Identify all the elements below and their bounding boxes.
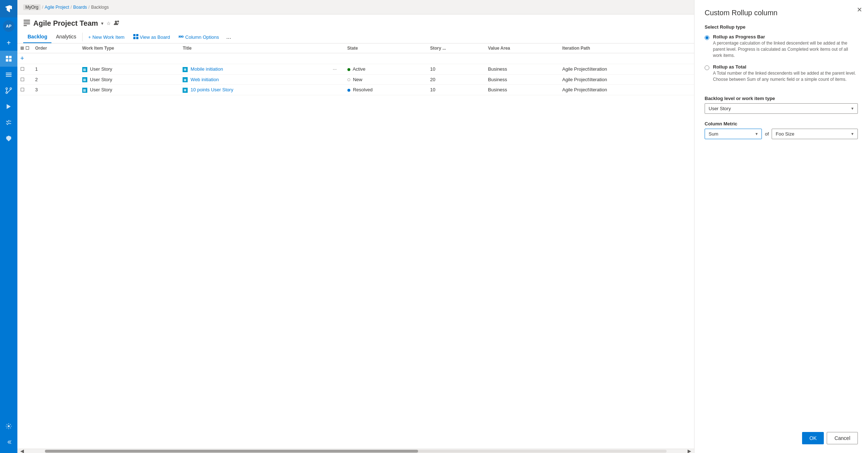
row-title-1: ▦ Mobile initiation — [180, 64, 330, 75]
scroll-thumb[interactable] — [45, 450, 418, 453]
breadcrumb-project[interactable]: Agile Project — [45, 5, 69, 10]
state-dot-active-1 — [347, 68, 350, 71]
row-story-points-1: 10 — [427, 64, 485, 75]
nav-rail: AP + — [0, 0, 17, 453]
table-row: ☐ 2 ▦ User Story ▦ Web initiation New — [17, 74, 694, 85]
row-iteration-path-3: Agile Project\Iteration — [559, 85, 694, 95]
breadcrumb-backlogs: Backlogs — [91, 5, 109, 10]
of-text: of — [765, 131, 769, 137]
th-work-item-type: Work Item Type — [79, 43, 180, 53]
svg-rect-23 — [136, 37, 138, 39]
expand-all-icon[interactable]: ⊞ — [20, 46, 24, 51]
row-checkbox-1[interactable]: ☐ — [17, 64, 32, 75]
row-ellipsis-3 — [330, 85, 345, 95]
nav-item-boards[interactable] — [0, 67, 17, 83]
select-all-checkbox[interactable]: ☐ — [25, 46, 29, 51]
panel-close-button[interactable]: ✕ — [857, 6, 862, 14]
title-link-2[interactable]: Web initiation — [191, 77, 219, 82]
cancel-button[interactable]: Cancel — [827, 432, 858, 444]
svg-rect-6 — [6, 76, 12, 76]
row-ellipsis-1: ··· — [330, 64, 345, 75]
nav-item-artifacts[interactable] — [0, 130, 17, 146]
nav-user-avatar[interactable]: AP — [3, 20, 14, 32]
add-work-item-button[interactable]: + — [20, 55, 24, 62]
title-icon-1: ▦ — [183, 67, 188, 72]
nav-item-overview[interactable] — [0, 51, 17, 67]
plus-icon: + — [88, 34, 91, 40]
row-state-1: Active — [345, 64, 427, 75]
row-iteration-path-1: Agile Project\Iteration — [559, 64, 694, 75]
metric-select[interactable]: Sum Count Average — [705, 129, 762, 139]
rollup-progress-bar-radio[interactable] — [705, 35, 709, 41]
row-story-points-2: 20 — [427, 74, 485, 85]
nav-item-collapse[interactable] — [0, 434, 17, 450]
row-value-area-2: Business — [485, 74, 559, 85]
row-title-3: ▦ 10 points User Story — [180, 85, 330, 95]
tab-analytics[interactable]: Analytics — [51, 31, 80, 43]
th-story-points: Story ... — [427, 43, 485, 53]
metric-select-wrapper: Sum Count Average — [705, 129, 762, 139]
new-work-item-button[interactable]: + New Work Item — [84, 32, 129, 42]
svg-rect-1 — [9, 56, 12, 58]
title-chevron-icon[interactable]: ▾ — [101, 21, 104, 26]
backlog-level-select[interactable]: User Story Feature Epic Task Bug — [705, 103, 858, 114]
th-actions — [330, 43, 345, 53]
column-metric-section: Column Metric Sum Count Average of Foo S… — [705, 121, 858, 139]
svg-rect-12 — [9, 123, 11, 124]
state-dot-resolved-3 — [347, 89, 350, 92]
th-state: State — [345, 43, 427, 53]
svg-point-19 — [117, 21, 119, 22]
th-value-area: Value Area — [485, 43, 559, 53]
breadcrumb-sep3: / — [88, 5, 89, 10]
rollup-total-option: Rollup as Total A Total number of the li… — [705, 64, 858, 83]
svg-marker-10 — [7, 104, 11, 109]
svg-rect-20 — [133, 34, 135, 36]
custom-rollup-panel: ✕ Custom Rollup column Select Rollup typ… — [694, 0, 868, 453]
svg-rect-21 — [136, 34, 138, 36]
svg-rect-11 — [9, 121, 11, 122]
nav-item-add[interactable]: + — [0, 35, 17, 51]
nav-item-testplans[interactable] — [0, 115, 17, 130]
backlog-level-select-wrapper: User Story Feature Epic Task Bug — [705, 103, 858, 114]
row-checkbox-3[interactable]: ☐ — [17, 85, 32, 95]
th-order: Order — [32, 43, 79, 53]
row-checkbox-2[interactable]: ☐ — [17, 74, 32, 85]
rollup-progress-bar-option: Rollup as Progress Bar A percentage calc… — [705, 34, 858, 58]
rollup-total-radio[interactable] — [705, 65, 709, 71]
scroll-left-button[interactable]: ◀ — [17, 448, 27, 453]
column-options-button[interactable]: Column Options — [174, 32, 223, 42]
title-link-3[interactable]: 10 points User Story — [191, 87, 233, 92]
user-story-icon-2: ▦ — [82, 77, 87, 82]
ok-button[interactable]: OK — [802, 432, 824, 444]
svg-rect-2 — [6, 59, 8, 62]
nav-item-pipelines[interactable] — [0, 99, 17, 115]
scroll-right-button[interactable]: ▶ — [685, 448, 694, 453]
toolbar-divider — [82, 33, 83, 41]
app-logo — [0, 0, 17, 17]
svg-point-7 — [6, 88, 8, 90]
svg-rect-4 — [6, 72, 12, 73]
nav-item-repos[interactable] — [0, 83, 17, 99]
field-select-wrapper: Foo Size Story Points Effort Original Es… — [772, 129, 858, 139]
main-area: MyOrg / Agile Project / Boards / Backlog… — [17, 0, 694, 453]
breadcrumb-boards[interactable]: Boards — [73, 5, 87, 10]
row-state-2: New — [345, 74, 427, 85]
add-work-item-row: + — [17, 53, 694, 64]
title-link-1[interactable]: Mobile initiation — [191, 66, 223, 72]
column-metric-row: Sum Count Average of Foo Size Story Poin… — [705, 129, 858, 139]
tab-backlog[interactable]: Backlog — [23, 31, 51, 43]
row-menu-1[interactable]: ··· — [333, 66, 337, 72]
view-as-board-button[interactable]: View as Board — [129, 32, 175, 42]
breadcrumb: MyOrg / Agile Project / Boards / Backlog… — [17, 0, 694, 14]
nav-item-settings[interactable] — [0, 418, 17, 434]
team-members-icon[interactable] — [114, 20, 120, 27]
page-header: Agile Project Team ▾ ☆ — [17, 14, 694, 28]
breadcrumb-org[interactable]: MyOrg — [23, 4, 41, 10]
page-title: Agile Project Team — [33, 19, 98, 28]
more-options-button[interactable]: ... — [224, 32, 234, 42]
favorite-star-icon[interactable]: ☆ — [107, 21, 111, 26]
row-order-1: 1 — [32, 64, 79, 75]
user-story-icon-3: ▦ — [82, 88, 87, 93]
field-select[interactable]: Foo Size Story Points Effort Original Es… — [772, 129, 858, 139]
row-value-area-1: Business — [485, 64, 559, 75]
